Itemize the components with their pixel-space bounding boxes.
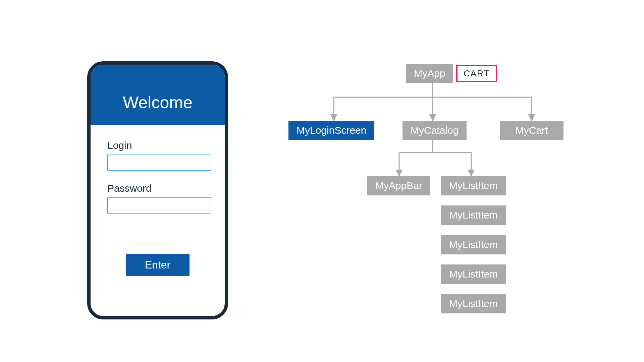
login-input[interactable] bbox=[107, 155, 211, 171]
password-label: Password bbox=[107, 183, 208, 194]
phone-appbar: Welcome bbox=[91, 65, 225, 125]
tree-node-mylistitem: MyListItem bbox=[441, 235, 506, 254]
tree-node-mylistitem: MyListItem bbox=[441, 264, 506, 284]
enter-button[interactable]: Enter bbox=[126, 254, 190, 276]
tree-node-myappbar: MyAppBar bbox=[367, 176, 430, 195]
tree-node-mylistitem: MyListItem bbox=[441, 176, 506, 195]
tree-node-mycart: MyCart bbox=[500, 121, 564, 140]
phone-mock: Welcome Login Password Enter bbox=[87, 61, 228, 319]
tree-connectors bbox=[285, 64, 594, 318]
login-label: Login bbox=[107, 140, 208, 151]
tree-node-myapp: MyApp bbox=[406, 64, 453, 83]
login-form: Login Password Enter bbox=[91, 125, 225, 276]
login-field-block: Login bbox=[107, 140, 208, 171]
password-field-block: Password bbox=[107, 183, 208, 214]
tree-node-mylistitem: MyListItem bbox=[441, 294, 506, 313]
tree-node-mylistitem: MyListItem bbox=[441, 205, 506, 225]
welcome-title: Welcome bbox=[123, 93, 192, 112]
widget-tree-diagram: MyApp CART MyLoginScreen MyCatalog MyCar… bbox=[285, 64, 594, 318]
password-input[interactable] bbox=[107, 197, 211, 214]
state-badge-cart: CART bbox=[456, 65, 497, 82]
tree-node-myloginscreen: MyLoginScreen bbox=[288, 121, 374, 140]
tree-node-mycatalog: MyCatalog bbox=[402, 121, 467, 140]
